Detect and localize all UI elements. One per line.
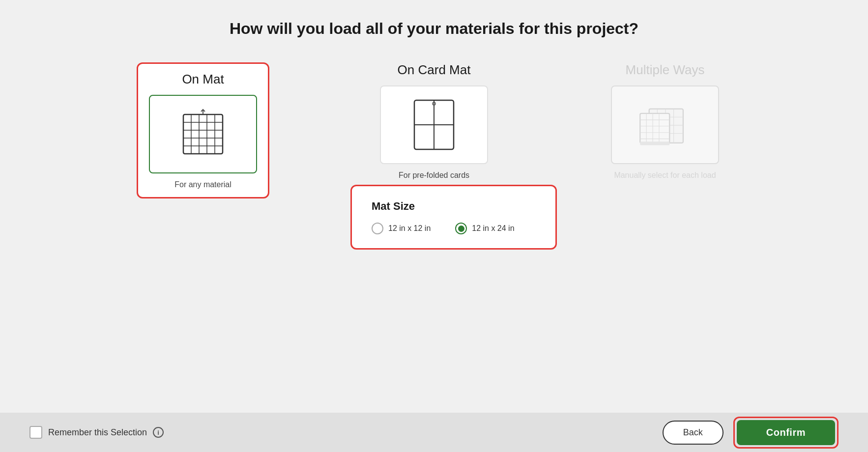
- info-icon[interactable]: i: [153, 427, 164, 438]
- mat-size-container: Mat Size 12 in x 12 in 12 in x 24 in: [350, 185, 557, 250]
- mat-size-options: 12 in x 12 in 12 in x 24 in: [372, 223, 536, 234]
- svg-rect-0: [183, 114, 223, 154]
- card-mat-group: On Card Mat For pre-folded cards: [311, 62, 557, 250]
- radio-12x12-circle: [372, 223, 383, 234]
- radio-12x24-label: 12 in x 24 in: [472, 224, 514, 233]
- multiple-ways-image: [611, 85, 719, 164]
- remember-checkbox[interactable]: [29, 426, 42, 439]
- multiple-ways-title: Multiple Ways: [626, 62, 705, 78]
- option-multiple-ways[interactable]: Multiple Ways: [596, 62, 734, 180]
- radio-12x24-inner: [458, 226, 464, 232]
- on-mat-title: On Mat: [182, 72, 224, 87]
- option-on-mat[interactable]: On Mat: [134, 62, 272, 198]
- radio-12x24-circle: [455, 223, 467, 234]
- on-mat-image: [149, 95, 257, 173]
- main-container: How will you load all of your materials …: [0, 0, 868, 452]
- radio-12x12-label: 12 in x 12 in: [388, 224, 431, 233]
- confirm-button-wrapper: Confirm: [733, 417, 839, 449]
- mat-size-12x24[interactable]: 12 in x 24 in: [455, 223, 514, 234]
- remember-selection-row: Remember this Selection i: [29, 426, 164, 439]
- svg-rect-29: [640, 141, 669, 145]
- options-row: On Mat: [29, 62, 839, 250]
- on-card-mat-image: [380, 85, 488, 164]
- remember-label: Remember this Selection: [48, 427, 147, 438]
- bottom-bar: Remember this Selection i Back Confirm: [0, 413, 868, 452]
- mat-size-title: Mat Size: [372, 200, 536, 213]
- page-title: How will you load all of your materials …: [230, 20, 638, 38]
- bottom-buttons: Back Confirm: [663, 417, 839, 449]
- svg-rect-21: [640, 113, 669, 143]
- mat-size-12x12[interactable]: 12 in x 12 in: [372, 223, 431, 234]
- on-card-mat-subtitle: For pre-folded cards: [399, 171, 469, 180]
- on-card-mat-title: On Card Mat: [398, 62, 471, 78]
- confirm-button[interactable]: Confirm: [737, 420, 835, 445]
- on-mat-subtitle: For any material: [174, 180, 231, 189]
- option-on-card-mat[interactable]: On Card Mat For pre-folded cards: [365, 62, 503, 180]
- multiple-ways-subtitle: Manually select for each load: [614, 171, 716, 180]
- back-button[interactable]: Back: [663, 421, 723, 445]
